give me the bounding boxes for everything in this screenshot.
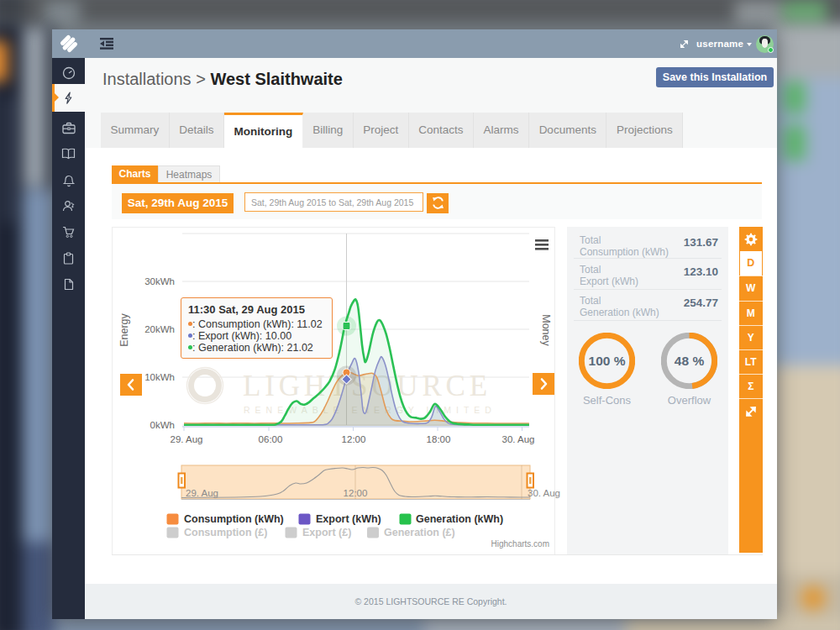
svg-text:Energy: Energy xyxy=(118,312,130,346)
svg-text:30. Aug: 30. Aug xyxy=(501,434,534,444)
svg-text:06:00: 06:00 xyxy=(259,434,283,444)
svg-text:Money: Money xyxy=(540,314,552,346)
svg-text:Generation (kWh): Generation (kWh) xyxy=(416,513,503,525)
svg-text:Generation (£): Generation (£) xyxy=(384,527,455,538)
svg-text:Consumption (kWh): Consumption (kWh) xyxy=(184,513,284,525)
svg-text:Consumption (£): Consumption (£) xyxy=(184,527,267,538)
svg-text:0kWh: 0kWh xyxy=(150,420,175,430)
svg-text:Highcharts.com: Highcharts.com xyxy=(491,539,549,549)
svg-text:18:00: 18:00 xyxy=(427,434,451,444)
svg-text:12:00: 12:00 xyxy=(344,488,368,498)
svg-text:29. Aug: 29. Aug xyxy=(170,434,202,444)
svg-text:Export (£): Export (£) xyxy=(302,527,351,538)
svg-text:20kWh: 20kWh xyxy=(144,324,175,334)
svg-text:30kWh: 30kWh xyxy=(144,276,175,286)
svg-text:Export (kWh): Export (kWh) xyxy=(316,513,381,525)
svg-text:12:00: 12:00 xyxy=(342,434,366,444)
svg-text:29. Aug: 29. Aug xyxy=(186,488,218,498)
svg-text:10kWh: 10kWh xyxy=(144,372,175,382)
